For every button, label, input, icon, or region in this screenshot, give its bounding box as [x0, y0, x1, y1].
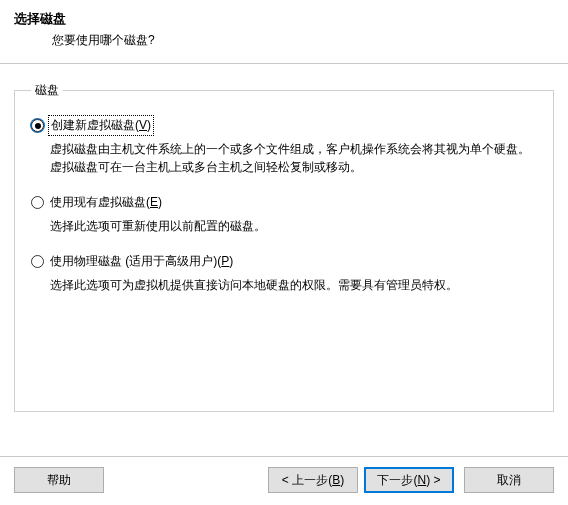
- back-button[interactable]: < 上一步(B): [268, 467, 358, 493]
- radio-existing-disk[interactable]: [31, 196, 44, 209]
- wizard-body: 磁盘 创建新虚拟磁盘(V) 虚拟磁盘由主机文件系统上的一个或多个文件组成，客户机…: [0, 64, 568, 456]
- page-title: 选择磁盘: [14, 10, 554, 28]
- wizard-footer: 帮助 < 上一步(B) 下一步(N) > 取消: [0, 457, 568, 505]
- option-physical-disk[interactable]: 使用物理磁盘 (适用于高级用户)(P) 选择此选项可为虚拟机提供直接访问本地硬盘…: [31, 253, 537, 294]
- page-subtitle: 您要使用哪个磁盘?: [52, 32, 554, 49]
- next-button[interactable]: 下一步(N) >: [364, 467, 454, 493]
- disk-groupbox: 磁盘 创建新虚拟磁盘(V) 虚拟磁盘由主机文件系统上的一个或多个文件组成，客户机…: [14, 82, 554, 412]
- wizard-dialog: 选择磁盘 您要使用哪个磁盘? 磁盘 创建新虚拟磁盘(V) 虚拟磁盘由主机文件系统…: [0, 0, 568, 505]
- radio-create-disk[interactable]: [31, 119, 44, 132]
- wizard-header: 选择磁盘 您要使用哪个磁盘?: [0, 0, 568, 63]
- help-button[interactable]: 帮助: [14, 467, 104, 493]
- option-existing-desc: 选择此选项可重新使用以前配置的磁盘。: [50, 217, 537, 235]
- option-create-label: 创建新虚拟磁盘(V): [50, 117, 152, 134]
- option-create-disk[interactable]: 创建新虚拟磁盘(V) 虚拟磁盘由主机文件系统上的一个或多个文件组成，客户机操作系…: [31, 117, 537, 176]
- cancel-button[interactable]: 取消: [464, 467, 554, 493]
- option-existing-label: 使用现有虚拟磁盘(E): [50, 195, 162, 209]
- groupbox-legend: 磁盘: [31, 82, 63, 99]
- radio-physical-disk[interactable]: [31, 255, 44, 268]
- option-create-desc: 虚拟磁盘由主机文件系统上的一个或多个文件组成，客户机操作系统会将其视为单个硬盘。…: [50, 140, 537, 176]
- option-physical-desc: 选择此选项可为虚拟机提供直接访问本地硬盘的权限。需要具有管理员特权。: [50, 276, 537, 294]
- option-existing-disk[interactable]: 使用现有虚拟磁盘(E) 选择此选项可重新使用以前配置的磁盘。: [31, 194, 537, 235]
- option-physical-label: 使用物理磁盘 (适用于高级用户)(P): [50, 254, 233, 268]
